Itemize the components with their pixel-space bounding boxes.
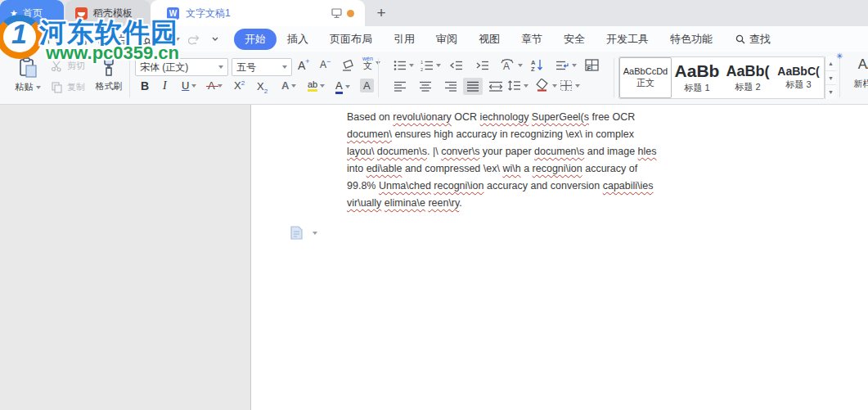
save-icon[interactable] bbox=[74, 33, 88, 46]
print-preview-icon[interactable] bbox=[138, 33, 151, 46]
find-menu[interactable]: 查找 bbox=[735, 32, 771, 47]
document-line: layou\ documen\s. |\ conver\s your paper… bbox=[347, 143, 657, 160]
tab-home[interactable]: ★ 首页 bbox=[0, 0, 64, 26]
text-effect-button[interactable]: A bbox=[281, 79, 296, 92]
decrease-font-icon[interactable]: A− bbox=[320, 59, 331, 70]
menu-item[interactable]: 审阅 bbox=[425, 29, 468, 50]
style-item[interactable]: AaBbC(标题 3 bbox=[773, 57, 824, 98]
underline-button[interactable]: U bbox=[182, 79, 196, 92]
increase-font-icon[interactable]: A+ bbox=[298, 59, 310, 72]
menu-item[interactable]: 开发工具 bbox=[596, 29, 659, 50]
font-size-select[interactable]: 五号 bbox=[232, 58, 292, 76]
tab-document-label: 文字文稿1 bbox=[186, 7, 231, 20]
superscript-button[interactable]: X2 bbox=[234, 79, 245, 92]
paste-icon bbox=[16, 56, 39, 79]
svg-text:1: 1 bbox=[421, 60, 423, 65]
menu-item[interactable]: 页面布局 bbox=[319, 29, 383, 50]
paste-caret-icon bbox=[36, 86, 41, 89]
decrease-indent-icon[interactable] bbox=[449, 60, 463, 71]
clear-format-icon[interactable] bbox=[341, 60, 355, 72]
menubar-items: 开始插入页面布局引用审阅视图章节安全开发工具特色功能 bbox=[234, 29, 723, 50]
undo-caret-icon[interactable] bbox=[175, 38, 180, 41]
text-tool-grid-icon[interactable]: F bbox=[584, 58, 600, 72]
shading-icon[interactable] bbox=[534, 79, 557, 92]
new-style-icon: ✳AA bbox=[843, 56, 868, 73]
style-gallery-more-icon[interactable]: ▼ bbox=[825, 85, 836, 99]
text-direction-icon[interactable]: A bbox=[499, 58, 523, 72]
highlight-color-button[interactable]: ab bbox=[308, 79, 325, 92]
style-gallery: AaBbCcDd正文AaBb标题 1AaBb(标题 2AaBbC(标题 3 bbox=[618, 56, 825, 99]
align-right-icon[interactable] bbox=[444, 81, 457, 92]
style-gallery-scroll: ▲ ▼ ▼ bbox=[825, 56, 836, 99]
menu-item[interactable]: 引用 bbox=[383, 29, 425, 50]
svg-text:2: 2 bbox=[421, 67, 423, 72]
new-tab-button[interactable]: + bbox=[370, 2, 393, 25]
numbered-list-icon[interactable]: 12 bbox=[421, 60, 441, 71]
borders-icon[interactable] bbox=[560, 79, 580, 92]
ribbon-toolbar: 粘贴 剪切 复制 格式刷 宋体 (正文) 五号 A+ A− wén 文 bbox=[0, 52, 868, 105]
window-tab-bar: ★ 首页 稻壳模板 W 文字文稿1 + bbox=[0, 0, 868, 26]
menu-bar: 文件 开始插入页面布局引用审阅视图章节安全开发工具特色功能 查找 bbox=[0, 26, 868, 52]
align-left-icon[interactable] bbox=[394, 81, 407, 92]
format-painter-button[interactable]: 格式刷 bbox=[92, 56, 126, 92]
subscript-button[interactable]: X2 bbox=[257, 80, 268, 95]
paste-options-icon bbox=[289, 225, 304, 241]
document-page[interactable]: Based on revolu\ionary OCR iechnology Su… bbox=[250, 105, 868, 410]
undo-button[interactable] bbox=[160, 33, 180, 46]
justify-icon[interactable] bbox=[463, 78, 483, 95]
font-color-button[interactable]: A bbox=[335, 79, 350, 94]
tab-docer-templates[interactable]: 稻壳模板 bbox=[65, 0, 151, 26]
strikethrough-button[interactable]: A bbox=[208, 79, 223, 92]
file-caret-icon bbox=[55, 39, 60, 43]
format-painter-icon bbox=[98, 56, 119, 79]
svg-text:A: A bbox=[503, 61, 510, 72]
style-scroll-up-icon[interactable]: ▲ bbox=[825, 56, 836, 71]
line-spacing-icon[interactable] bbox=[507, 79, 528, 92]
style-item[interactable]: AaBbCcDd正文 bbox=[619, 57, 672, 98]
document-text: Based on revolu\ionary OCR iechnology Su… bbox=[347, 109, 657, 212]
style-scroll-down-icon[interactable]: ▼ bbox=[825, 71, 836, 86]
menu-item[interactable]: 视图 bbox=[468, 29, 510, 50]
document-area: Based on revolu\ionary OCR iechnology Su… bbox=[0, 105, 868, 410]
menu-item[interactable]: 插入 bbox=[277, 29, 319, 50]
paste-button[interactable]: 粘贴 bbox=[10, 56, 46, 93]
search-icon bbox=[735, 34, 746, 45]
print-icon[interactable] bbox=[117, 33, 130, 46]
align-center-icon[interactable] bbox=[419, 81, 432, 92]
menu-item[interactable]: 安全 bbox=[553, 29, 596, 50]
paste-options-button[interactable] bbox=[289, 225, 317, 241]
document-line: 99.8% Unma\ched recogni\ion accuracy and… bbox=[347, 178, 657, 195]
svg-text:F: F bbox=[587, 65, 591, 72]
document-line: documen\ ensures high accuracy in recogn… bbox=[347, 126, 657, 143]
increase-indent-icon[interactable] bbox=[475, 60, 489, 71]
docer-icon bbox=[75, 7, 88, 20]
sort-icon[interactable]: AZ bbox=[530, 58, 544, 72]
document-line: Based on revolu\ionary OCR iechnology Su… bbox=[347, 109, 657, 126]
collapse-ribbon-icon[interactable] bbox=[209, 34, 221, 45]
distribute-align-icon[interactable] bbox=[488, 81, 503, 92]
menu-item[interactable]: 章节 bbox=[510, 29, 553, 50]
tab-home-label: 首页 bbox=[23, 7, 43, 20]
bullet-list-icon[interactable] bbox=[394, 60, 414, 71]
file-menu[interactable]: 文件 bbox=[31, 32, 60, 47]
menu-item[interactable]: 特色功能 bbox=[659, 29, 723, 50]
char-shading-button[interactable]: A bbox=[360, 79, 374, 92]
tab-docer-label: 稻壳模板 bbox=[93, 7, 133, 20]
show-marks-icon[interactable] bbox=[555, 60, 577, 71]
cut-button: 剪切 bbox=[51, 60, 85, 72]
main-menu-icon[interactable] bbox=[13, 34, 25, 43]
document-line: vir\ually elimina\e reen\ry. bbox=[347, 195, 657, 212]
share-screen-icon[interactable] bbox=[331, 7, 343, 22]
font-name-select[interactable]: 宋体 (正文) bbox=[135, 58, 228, 76]
copy-button: 复制 bbox=[51, 81, 85, 93]
menu-item[interactable]: 开始 bbox=[234, 29, 277, 50]
style-item[interactable]: AaBb标题 1 bbox=[672, 57, 722, 98]
unsaved-status-dot bbox=[347, 10, 354, 17]
redo-button bbox=[188, 33, 201, 46]
scissors-icon bbox=[51, 60, 63, 72]
italic-button[interactable]: I bbox=[163, 79, 167, 92]
new-style-button[interactable]: ✳AA 新样式 bbox=[843, 56, 868, 90]
style-item[interactable]: AaBb(标题 2 bbox=[722, 57, 773, 98]
bold-button[interactable]: B bbox=[141, 79, 149, 92]
export-pdf-icon[interactable] bbox=[96, 33, 109, 46]
